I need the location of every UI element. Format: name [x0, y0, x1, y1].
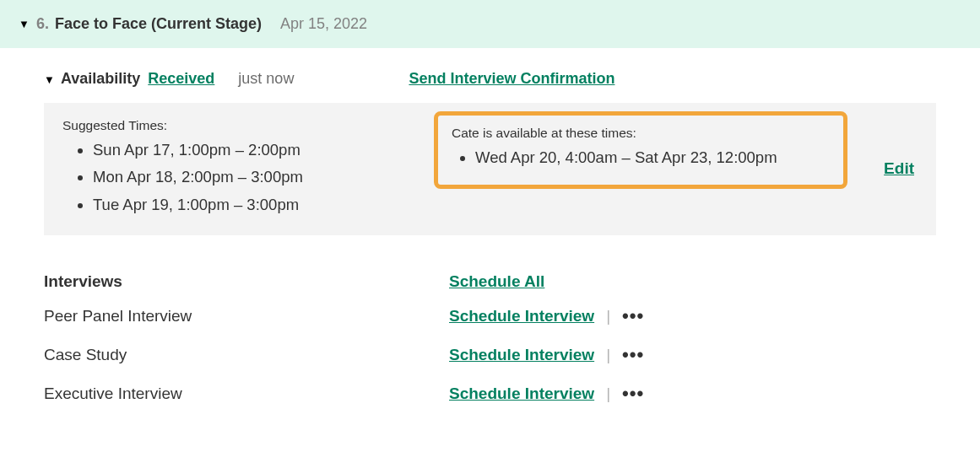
send-interview-confirmation-link[interactable]: Send Interview Confirmation — [409, 70, 615, 88]
list-item: Wed Apr 20, 4:00am – Sat Apr 23, 12:00pm — [475, 144, 830, 171]
stage-title: Face to Face (Current Stage) — [55, 15, 262, 32]
candidate-availability-label: Cate is available at these times: — [452, 126, 830, 141]
list-item: Tue Apr 19, 1:00pm – 3:00pm — [93, 191, 400, 218]
divider: | — [606, 307, 610, 325]
schedule-interview-link[interactable]: Schedule Interview — [449, 346, 594, 364]
stage-header[interactable]: ▼ 6. Face to Face (Current Stage) Apr 15… — [0, 0, 980, 48]
candidate-times-list: Wed Apr 20, 4:00am – Sat Apr 23, 12:00pm — [452, 144, 830, 171]
interview-name: Peer Panel Interview — [44, 307, 449, 325]
stage-date: Apr 15, 2022 — [280, 15, 367, 33]
interviews-section: Interviews Schedule All Peer Panel Inter… — [44, 272, 936, 404]
suggested-times-col: Suggested Times: Sun Apr 17, 1:00pm – 2:… — [62, 118, 400, 218]
more-actions-icon[interactable]: ••• — [622, 305, 644, 327]
collapse-triangle-icon[interactable]: ▼ — [19, 18, 30, 30]
suggested-times-list: Sun Apr 17, 1:00pm – 2:00pm Mon Apr 18, … — [62, 137, 400, 218]
stage-number: 6. — [36, 15, 49, 32]
availability-timeago: just now — [238, 70, 294, 88]
divider: | — [606, 385, 610, 403]
schedule-interview-link[interactable]: Schedule Interview — [449, 385, 594, 403]
interview-name: Executive Interview — [44, 385, 449, 403]
list-item: Sun Apr 17, 1:00pm – 2:00pm — [93, 137, 400, 164]
collapse-triangle-icon[interactable]: ▼ — [44, 73, 55, 86]
availability-box: Suggested Times: Sun Apr 17, 1:00pm – 2:… — [44, 103, 936, 235]
schedule-interview-link[interactable]: Schedule Interview — [449, 307, 594, 325]
interview-name: Case Study — [44, 346, 449, 364]
divider: | — [606, 346, 610, 364]
interview-row: Executive Interview Schedule Interview |… — [44, 382, 936, 404]
availability-label: Availability — [61, 70, 140, 87]
interviews-header-row: Interviews Schedule All — [44, 272, 936, 291]
interview-row: Peer Panel Interview Schedule Interview … — [44, 304, 936, 326]
interview-row: Case Study Schedule Interview | ••• — [44, 343, 936, 365]
availability-status-link[interactable]: Received — [148, 70, 214, 87]
schedule-all-link[interactable]: Schedule All — [449, 272, 544, 291]
more-actions-icon[interactable]: ••• — [622, 383, 644, 405]
list-item: Mon Apr 18, 2:00pm – 3:00pm — [93, 164, 400, 191]
candidate-availability-highlight: Cate is available at these times: Wed Ap… — [434, 111, 847, 189]
interviews-heading: Interviews — [44, 272, 449, 291]
suggested-times-label: Suggested Times: — [62, 118, 400, 133]
edit-availability-link[interactable]: Edit — [884, 159, 918, 178]
availability-header: ▼ Availability Received just now Send In… — [44, 70, 936, 88]
more-actions-icon[interactable]: ••• — [622, 344, 644, 366]
